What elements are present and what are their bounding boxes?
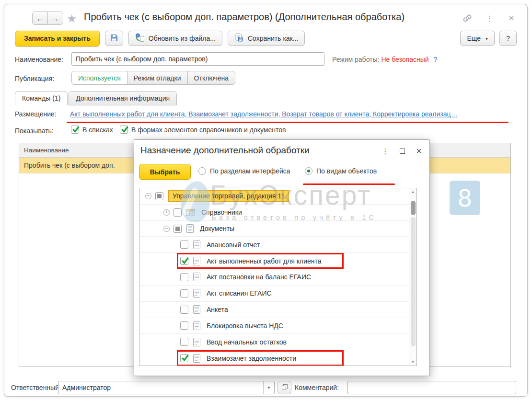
scroll-up-icon[interactable]: ▲ [409, 190, 416, 194]
scroll-down-icon[interactable]: ▼ [409, 360, 416, 364]
back-icon: ← [36, 14, 44, 23]
tree-checkbox[interactable] [173, 225, 182, 233]
more-menu-icon[interactable]: ⋮ [484, 13, 495, 23]
work-mode-help-icon[interactable]: ? [433, 56, 437, 63]
collapse-icon[interactable]: − [163, 226, 170, 232]
update-from-file-button[interactable]: Обновить из файла... [128, 31, 222, 46]
annotation-box [177, 253, 344, 269]
radio-icon[interactable] [198, 167, 206, 175]
tab-additional-info[interactable]: Дополнительная информация [69, 91, 177, 105]
tree-item[interactable]: Акт выполненных работ для клиента [139, 253, 409, 269]
app-window: ← → ★ Пробить чек (с выбором доп. параме… [4, 4, 528, 397]
floppy-disk-icon [110, 34, 118, 44]
tree-checkbox[interactable] [180, 306, 188, 314]
show-option-label: В формах элементов справочников и докуме… [131, 126, 286, 134]
document-icon [186, 224, 194, 233]
save-as-button[interactable]: Сохранить как... [228, 31, 305, 46]
tree-item[interactable]: Авансовый отчет [139, 237, 409, 253]
checkbox-checked-icon[interactable] [120, 126, 128, 134]
titlebar-icons: ⋮ × [462, 13, 517, 23]
tree-item[interactable]: −Управление торговлей, редакция 11 [139, 188, 409, 205]
comment-input[interactable] [347, 381, 516, 394]
tree-checkbox[interactable] [180, 321, 188, 330]
tree-checkbox[interactable] [180, 273, 188, 281]
name-value: Пробить чек (с выбором доп. параметров) [76, 55, 208, 63]
document-icon [193, 305, 200, 314]
page-title: Пробить чек (с выбором доп. параметров) … [84, 11, 405, 23]
responsible-label: Ответственный: [11, 384, 61, 391]
name-label: Наименование: [15, 56, 63, 63]
checkbox-checked-icon[interactable] [71, 126, 79, 134]
publication-option-disabled[interactable]: Отключена [187, 71, 236, 85]
tree-item[interactable]: Блокировка вычета НДС [139, 318, 409, 334]
dialog-close-icon[interactable]: × [416, 146, 422, 157]
save-as-label: Сохранить как... [248, 34, 298, 42]
open-responsible-button[interactable] [278, 381, 291, 394]
update-from-file-label: Обновить из файла... [149, 34, 216, 42]
placement-link[interactable]: Акт выполненных работ для клиента, Взаим… [70, 110, 458, 118]
name-input[interactable]: Пробить чек (с выбором доп. параметров) [71, 52, 324, 66]
maximize-icon[interactable] [400, 149, 405, 154]
tree-item[interactable]: −Документы [139, 221, 409, 237]
scrollbar-track-bar [411, 217, 416, 346]
show-option-in-forms[interactable]: В формах элементов справочников и докуме… [120, 126, 286, 134]
publication-option-debug[interactable]: Режим отладки [127, 71, 188, 85]
publication-label: Публикация: [15, 75, 54, 82]
tree-item[interactable]: Взаимозачет задолженности [139, 350, 409, 366]
document-icon [193, 338, 200, 346]
tree-checkbox[interactable] [180, 241, 188, 249]
tree-checkbox[interactable] [180, 338, 188, 346]
show-label: Показывать: [15, 127, 54, 135]
document-icon [193, 273, 200, 281]
link-icon[interactable] [462, 13, 473, 23]
tree-item[interactable]: +Справочники [139, 205, 409, 221]
open-icon [281, 384, 288, 392]
tree-item[interactable]: Анкета [139, 302, 409, 318]
tree-item-label: Документы [200, 225, 234, 232]
close-icon[interactable]: × [506, 13, 517, 23]
chevron-down-icon: ▾ [486, 36, 488, 41]
tree-scrollbar[interactable]: ▲ ▼ [409, 188, 416, 366]
select-button[interactable]: Выбрать [139, 164, 191, 180]
radio-by-object-types[interactable]: По видам объектов [305, 167, 377, 175]
more-label: Еще [467, 34, 481, 42]
responsible-combo[interactable]: Администратор ▾ [58, 381, 275, 394]
tree-item[interactable]: Акт списания ЕГАИС [139, 286, 409, 302]
radio-selected-icon[interactable] [305, 167, 312, 175]
expand-icon[interactable]: + [163, 209, 170, 216]
tree-item-label: Авансовый отчет [207, 241, 260, 249]
tree-checkbox[interactable] [155, 192, 163, 200]
help-button[interactable]: ? [499, 31, 517, 46]
dialog-menu-icon[interactable]: ⋮ [382, 147, 389, 156]
back-button[interactable]: ← [32, 11, 48, 25]
document-icon [193, 321, 200, 330]
tab-bar: Команды (1) Дополнительная информация [15, 91, 178, 105]
collapse-icon[interactable]: − [145, 193, 151, 199]
favorite-star-icon[interactable]: ★ [67, 12, 77, 25]
tab-commands[interactable]: Команды (1) [15, 91, 68, 105]
more-button[interactable]: Еще ▾ [460, 31, 495, 46]
work-mode: Режим работы: Не безопасный ? [332, 56, 437, 63]
save-button[interactable] [105, 31, 123, 46]
radio-label: По разделам интерфейса [210, 167, 290, 175]
work-mode-label: Режим работы: [332, 56, 380, 63]
toolbar: Записать и закрыть Обновить из файла... … [15, 30, 517, 46]
tree-item-label: Ввод начальных остатков [207, 338, 287, 346]
tree-item[interactable]: Ввод начальных остатков [139, 334, 409, 350]
show-option-label: В списках [82, 126, 113, 134]
document-icon [193, 289, 200, 298]
dropdown-arrow-icon[interactable]: ▾ [263, 381, 274, 394]
radio-by-interface-sections[interactable]: По разделам интерфейса [198, 167, 290, 175]
work-mode-value: Не безопасный [381, 56, 428, 63]
toolbar-right: Еще ▾ ? [460, 31, 517, 46]
tree-checkbox[interactable] [180, 289, 188, 298]
forward-button[interactable]: → [47, 11, 63, 25]
publication-option-used[interactable]: Используется [71, 71, 127, 85]
show-option-in-lists[interactable]: В списках [71, 126, 113, 134]
tree-checkbox[interactable] [173, 208, 182, 217]
tree-item[interactable]: Акт постановки на баланс ЕГАИС [139, 269, 409, 286]
scrollbar-thumb[interactable] [411, 201, 416, 215]
tree-item-label: Акт списания ЕГАИС [207, 289, 272, 297]
save-and-close-button[interactable]: Записать и закрыть [15, 31, 100, 46]
save-as-icon [234, 33, 244, 44]
